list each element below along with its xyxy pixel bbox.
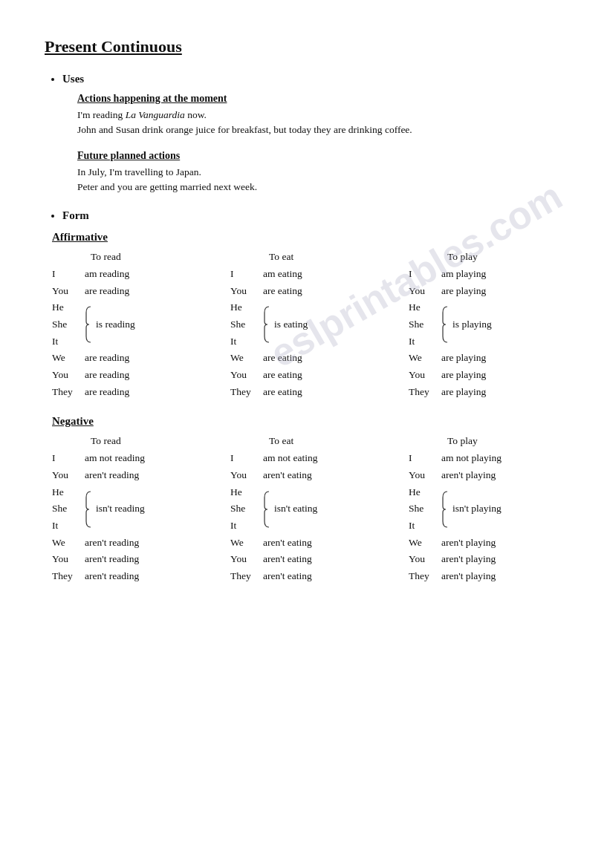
neg-play-heshit: He She It isn't playing (409, 484, 557, 535)
neg-pron-we-1: We (52, 535, 85, 552)
pron-they-2: They (230, 384, 263, 401)
pron-you2-3: You (409, 367, 441, 384)
pron-they-1: They (52, 384, 85, 401)
aff-play-row-you1: Youare playing (409, 283, 557, 300)
future-content: Future planned actions In July, I'm trav… (77, 150, 565, 195)
aff-header-play: To play (447, 251, 478, 263)
aff-read-row-you2: Youare reading (52, 367, 215, 384)
form-i-2: am eating (263, 266, 302, 283)
aff-eat-row-you2: Youare eating (230, 367, 394, 384)
neg-play-row-they: Theyaren't playing (409, 568, 557, 585)
neg-header-eat: To eat (269, 435, 432, 447)
pron-it-1: It (52, 333, 85, 350)
form-we-3: are playing (441, 350, 486, 367)
form-we-1: are reading (85, 350, 129, 367)
aff-read-heshit: He She It is reading (52, 299, 215, 350)
form-you1-1: are reading (85, 283, 129, 300)
aff-play-row-they: Theyare playing (409, 384, 557, 401)
neg-form-you1-1: aren't reading (85, 467, 139, 484)
form-you2-3: are playing (441, 367, 486, 384)
brace-2 (263, 299, 270, 350)
affirmative-tables: Iam reading Youare reading He She It is … (52, 266, 565, 400)
neg-pronouns-heshit-1: He She It (52, 484, 85, 535)
neg-pron-you2-3: You (409, 551, 441, 568)
neg-pron-they-3: They (409, 568, 441, 585)
pron-you1-3: You (409, 283, 441, 300)
neg-pron-you1-1: You (52, 467, 85, 484)
neg-eat-heshit: He She It isn't eating (230, 484, 394, 535)
neg-form-you1-3: aren't playing (441, 467, 496, 484)
neg-pron-we-3: We (409, 535, 441, 552)
neg-form-they-2: aren't eating (263, 568, 312, 585)
neg-form-heshit-3: isn't playing (452, 484, 502, 535)
neg-form-heshit-2: isn't eating (274, 484, 317, 535)
neg-brace-svg-1 (85, 490, 92, 529)
pron-she-2: She (230, 316, 263, 333)
aff-play-row-i: Iam playing (409, 266, 557, 283)
neg-brace-svg-3 (441, 490, 449, 529)
neg-eat-row-i: Iam not eating (230, 450, 394, 467)
pronouns-heshit-3: He She It (409, 299, 441, 350)
pron-i-3: I (409, 266, 441, 283)
aff-play-heshit: He She It is playing (409, 299, 557, 350)
pron-you2-2: You (230, 367, 263, 384)
neg-pron-she-3: She (409, 500, 441, 518)
aff-read-row-you1: Youare reading (52, 283, 215, 300)
neg-form-we-1: aren't reading (85, 535, 139, 552)
aff-header-read: To read (91, 251, 254, 263)
brace-1 (85, 299, 92, 350)
bullet-form: Form (62, 209, 565, 222)
neg-pronouns-heshit-3: He She It (409, 484, 441, 535)
neg-form-you2-2: aren't eating (263, 551, 312, 568)
neg-form-heshit-1: isn't reading (96, 484, 145, 535)
subheading-actions: Actions happening at the moment (77, 93, 565, 105)
neg-eat-row-we: Wearen't eating (230, 535, 394, 552)
neg-eat-table: Iam not eating Youaren't eating He She I… (230, 450, 394, 584)
pron-they-3: They (409, 384, 441, 401)
pron-he-1: He (52, 299, 85, 316)
aff-play-table: Iam playing Youare playing He She It is … (409, 266, 557, 400)
neg-eat-row-they: Theyaren't eating (230, 568, 394, 585)
form-we-2: are eating (263, 350, 302, 367)
neg-pron-he-2: He (230, 484, 263, 501)
neg-read-row-you1: Youaren't reading (52, 467, 215, 484)
pron-we-2: We (230, 350, 263, 367)
form-heshit-2: is eating (274, 299, 308, 350)
negative-tables: Iam not reading Youaren't reading He She… (52, 450, 565, 584)
neg-pronouns-heshit-2: He She It (230, 484, 263, 535)
brace-3 (441, 299, 449, 350)
neg-read-row-they: Theyaren't reading (52, 568, 215, 585)
form-i-3: am playing (441, 266, 486, 283)
aff-play-row-you2: Youare playing (409, 367, 557, 384)
neg-header-read: To read (91, 435, 254, 447)
neg-form-you2-3: aren't playing (441, 551, 496, 568)
neg-pron-you1-2: You (230, 467, 263, 484)
pron-you1-2: You (230, 283, 263, 300)
neg-form-we-3: aren't playing (441, 535, 496, 552)
neg-read-row-you2: Youaren't reading (52, 551, 215, 568)
negative-label: Negative (52, 415, 565, 428)
neg-play-table: Iam not playing Youaren't playing He She… (409, 450, 557, 584)
neg-play-row-you1: Youaren't playing (409, 467, 557, 484)
neg-pron-i-3: I (409, 450, 441, 467)
aff-eat-row-we: Weare eating (230, 350, 394, 367)
neg-eat-row-you1: Youaren't eating (230, 467, 394, 484)
pronouns-heshit-2: He She It (230, 299, 263, 350)
pron-you1-1: You (52, 283, 85, 300)
aff-eat-heshit: He She It is eating (230, 299, 394, 350)
neg-eat-row-you2: Youaren't eating (230, 551, 394, 568)
aff-eat-row-you1: Youare eating (230, 283, 394, 300)
negative-section: Negative To read To eat To play Iam not … (52, 415, 565, 584)
aff-header-eat: To eat (269, 251, 432, 263)
pron-he-2: He (230, 299, 263, 316)
neg-form-i-1: am not reading (85, 450, 145, 467)
neg-form-i-3: am not playing (441, 450, 502, 467)
actions-text: I'm reading La Vanguardia now. John and … (77, 108, 565, 138)
neg-form-you1-2: aren't eating (263, 467, 312, 484)
pron-she-3: She (409, 316, 441, 333)
neg-read-heshit: He She It isn't reading (52, 484, 215, 535)
aff-eat-row-i: Iam eating (230, 266, 394, 283)
neg-form-we-2: aren't eating (263, 535, 312, 552)
form-you1-3: are playing (441, 283, 486, 300)
neg-brace-2 (263, 484, 270, 535)
